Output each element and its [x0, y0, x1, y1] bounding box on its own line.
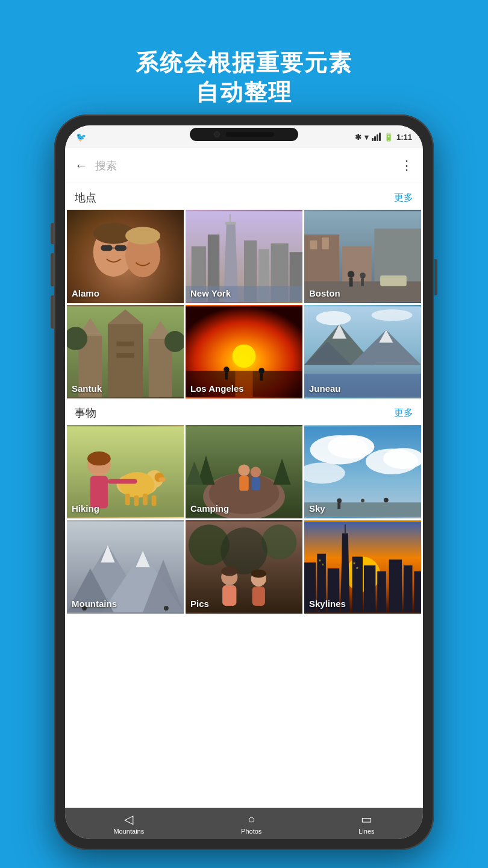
- place-juneau-cell[interactable]: Juneau: [304, 305, 421, 398]
- wifi-icon: ▾: [364, 133, 369, 142]
- speaker-grille: [226, 132, 274, 137]
- hiking-label: Hiking: [72, 503, 99, 514]
- svg-rect-65: [152, 495, 157, 506]
- svg-rect-108: [222, 585, 236, 606]
- back-button[interactable]: ←: [75, 158, 88, 174]
- svg-rect-26: [349, 278, 353, 287]
- mountains-nav-label: Mountains: [113, 828, 144, 835]
- svg-rect-46: [225, 373, 228, 380]
- places-more-button[interactable]: 更多: [394, 192, 413, 204]
- search-input[interactable]: 搜索: [95, 159, 393, 173]
- phone-screen: 🐦 ✱ ▾ 🔋 1:11 ← 搜索: [65, 125, 423, 839]
- thing-hiking-cell[interactable]: Hiking: [67, 425, 184, 518]
- more-options-button[interactable]: ⋮: [400, 158, 413, 174]
- newyork-label: New York: [190, 288, 231, 298]
- svg-rect-11: [225, 222, 236, 225]
- svg-rect-78: [252, 477, 261, 490]
- status-right-icons: ✱ ▾ 🔋 1:11: [355, 133, 412, 142]
- mountains-label: Mountains: [72, 599, 117, 609]
- signal-bars: [372, 133, 381, 141]
- place-santuk-cell[interactable]: Santuk: [67, 305, 184, 398]
- bluetooth-icon: ✱: [355, 133, 361, 142]
- svg-rect-129: [356, 567, 358, 569]
- svg-rect-71: [108, 479, 137, 484]
- phone-device: 🐦 ✱ ▾ 🔋 1:11 ← 搜索: [54, 115, 434, 850]
- svg-point-84: [328, 435, 375, 459]
- svg-point-42: [233, 344, 256, 368]
- svg-point-25: [348, 271, 355, 278]
- lines-nav-label: Lines: [358, 828, 374, 835]
- photos-nav-label: Photos: [241, 828, 261, 835]
- svg-rect-76: [239, 476, 249, 491]
- svg-point-102: [164, 606, 169, 611]
- phone-top-bar: [190, 128, 298, 141]
- svg-point-47: [258, 368, 264, 374]
- svg-rect-33: [108, 324, 143, 397]
- app-bar: ← 搜索 ⋮: [65, 148, 423, 183]
- thing-mountains-cell[interactable]: Mountains: [67, 520, 184, 614]
- svg-point-77: [251, 467, 261, 477]
- svg-rect-3: [115, 245, 127, 251]
- svg-rect-127: [322, 564, 324, 565]
- svg-rect-21: [322, 237, 329, 249]
- svg-rect-122: [377, 571, 386, 612]
- svg-point-70: [87, 451, 111, 465]
- front-camera: [214, 131, 220, 137]
- photos-nav-icon: ○: [248, 813, 255, 826]
- places-section-header: 地点 更多: [65, 183, 423, 210]
- phone-shell: 🐦 ✱ ▾ 🔋 1:11 ← 搜索: [54, 115, 434, 850]
- time-display: 1:11: [396, 133, 412, 142]
- svg-rect-29: [380, 275, 407, 286]
- svg-rect-90: [337, 503, 340, 509]
- svg-rect-126: [319, 559, 321, 561]
- mute-button: [51, 295, 54, 329]
- svg-rect-37: [116, 342, 134, 347]
- boston-label: Boston: [309, 288, 340, 298]
- svg-point-112: [251, 570, 266, 578]
- lines-nav-icon: ▭: [361, 812, 372, 826]
- sky-label: Sky: [309, 503, 325, 514]
- status-left-icons: 🐦: [76, 132, 86, 142]
- notification-icon: 🐦: [76, 132, 86, 142]
- svg-point-27: [360, 272, 366, 278]
- juneau-label: Juneau: [309, 383, 341, 394]
- svg-point-89: [337, 498, 342, 503]
- place-boston-cell[interactable]: Boston: [304, 210, 421, 303]
- svg-rect-121: [364, 565, 375, 612]
- thing-skylines-cell[interactable]: Skylines: [304, 520, 421, 614]
- header-text: 系统会根据重要元素 自动整理: [0, 24, 488, 108]
- place-losangeles-cell[interactable]: Los Angeles: [186, 305, 302, 398]
- content-area: 地点 更多: [65, 183, 423, 614]
- thing-sky-cell[interactable]: Sky: [304, 425, 421, 518]
- volume-down-button: [51, 253, 54, 286]
- battery-icon: 🔋: [384, 133, 393, 142]
- svg-point-109: [221, 567, 237, 576]
- thing-pics-cell[interactable]: Pics: [186, 520, 302, 614]
- pics-label: Pics: [190, 599, 209, 609]
- svg-rect-128: [353, 562, 355, 564]
- svg-point-45: [224, 366, 230, 373]
- santuk-label: Santuk: [72, 383, 102, 394]
- header-section: 系统会根据重要元素 自动整理: [0, 0, 488, 108]
- things-title: 事物: [75, 406, 96, 420]
- svg-rect-64: [143, 494, 148, 505]
- bottom-navigation: ◁ Mountains ○ Photos ▭ Lines: [65, 808, 423, 839]
- thing-camping-cell[interactable]: Camping: [186, 425, 302, 518]
- svg-point-92: [384, 498, 389, 503]
- svg-rect-120: [352, 557, 363, 612]
- nav-photos[interactable]: ○ Photos: [241, 813, 261, 835]
- mountains-nav-icon: ◁: [124, 812, 133, 826]
- place-newyork-cell[interactable]: New York: [186, 210, 302, 303]
- things-more-button[interactable]: 更多: [394, 407, 413, 420]
- svg-rect-63: [134, 495, 139, 506]
- camping-label: Camping: [190, 503, 229, 514]
- svg-point-75: [238, 464, 249, 476]
- svg-point-56: [316, 311, 351, 325]
- svg-point-57: [372, 309, 413, 321]
- nav-mountains[interactable]: ◁ Mountains: [113, 812, 144, 835]
- nav-lines[interactable]: ▭ Lines: [358, 812, 374, 835]
- svg-rect-38: [116, 353, 134, 358]
- place-alamo-cell[interactable]: Alamo: [67, 210, 184, 303]
- svg-point-67: [158, 477, 166, 482]
- svg-rect-123: [389, 559, 402, 612]
